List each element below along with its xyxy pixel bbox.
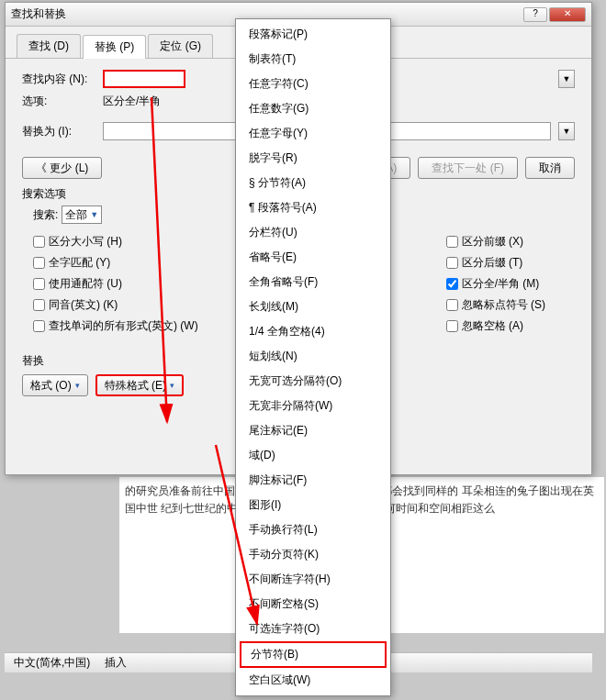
checkbox-option[interactable]: 同音(英文) (K): [33, 297, 198, 313]
menu-item[interactable]: 任意数字(G): [236, 96, 390, 121]
menu-item[interactable]: 分栏符(U): [236, 220, 390, 245]
menu-item[interactable]: 省略号(E): [236, 245, 390, 270]
cancel-button[interactable]: 取消: [525, 157, 575, 179]
menu-item[interactable]: 不间断连字符(H): [236, 567, 390, 592]
caret-down-icon: ▾: [75, 381, 80, 390]
format-button-label: 格式 (O): [30, 378, 72, 394]
less-button[interactable]: 《 更少 (L): [22, 157, 102, 179]
checkbox-label: 区分全/半角 (M): [462, 276, 540, 292]
menu-item[interactable]: 可选连字符(O): [236, 617, 390, 641]
checkbox[interactable]: [446, 299, 458, 311]
menu-item[interactable]: 制表符(T): [236, 47, 390, 72]
checkbox-label: 区分后缀 (T): [462, 255, 523, 271]
menu-item[interactable]: 域(D): [236, 443, 390, 468]
menu-item[interactable]: 1/4 全角空格(4): [236, 319, 390, 344]
menu-item[interactable]: 尾注标记(E): [236, 418, 390, 443]
menu-item[interactable]: 手动分页符(K): [236, 542, 390, 567]
menu-item[interactable]: 无宽可选分隔符(O): [236, 369, 390, 394]
help-button[interactable]: ?: [523, 7, 547, 22]
status-language: 中文(简体,中国): [14, 655, 90, 671]
checkbox[interactable]: [33, 320, 45, 332]
caret-down-icon: ▾: [170, 381, 174, 390]
close-button[interactable]: ✕: [549, 7, 586, 22]
checkbox[interactable]: [33, 257, 45, 269]
replace-history-dropdown[interactable]: ▼: [558, 122, 575, 140]
checkbox-label: 同音(英文) (K): [49, 297, 118, 313]
menu-item[interactable]: 脚注标记(F): [236, 468, 390, 493]
menu-item[interactable]: 脱字号(R): [236, 146, 390, 171]
checkbox-option[interactable]: 全字匹配 (Y): [33, 255, 198, 271]
menu-item[interactable]: ¶ 段落符号(A): [236, 195, 390, 220]
menu-item[interactable]: 长划线(M): [236, 294, 390, 319]
tab-replace[interactable]: 替换 (P): [83, 35, 146, 59]
checkbox[interactable]: [446, 320, 458, 332]
checkbox[interactable]: [446, 236, 458, 248]
find-input[interactable]: [103, 70, 185, 88]
special-format-button[interactable]: 特殊格式 (E) ▾: [95, 374, 184, 396]
menu-item[interactable]: § 分节符(A): [236, 171, 390, 195]
checkbox[interactable]: [33, 278, 45, 290]
tab-find[interactable]: 查找 (D): [17, 34, 81, 58]
checkbox-label: 使用通配符 (U): [49, 276, 122, 292]
options-value: 区分全/半角: [103, 94, 161, 109]
search-direction-value: 全部: [65, 207, 87, 223]
format-button[interactable]: 格式 (O) ▾: [22, 374, 88, 396]
checkbox-option[interactable]: 区分后缀 (T): [446, 255, 545, 271]
checkbox-option[interactable]: 查找单词的所有形式(英文) (W): [33, 318, 198, 334]
checkbox-option[interactable]: 忽略标点符号 (S): [446, 297, 545, 313]
checkbox-option[interactable]: 区分大小写 (H): [33, 234, 198, 250]
menu-item[interactable]: 手动换行符(L): [236, 517, 390, 542]
checkbox-label: 忽略空格 (A): [462, 318, 523, 334]
menu-item[interactable]: 全角省略号(F): [236, 270, 390, 294]
checkbox-option[interactable]: 使用通配符 (U): [33, 276, 198, 292]
replace-label: 替换为 (I):: [22, 124, 95, 139]
search-direction-select[interactable]: 全部 ▼: [62, 206, 102, 224]
checkbox-option[interactable]: 区分前缀 (X): [446, 234, 545, 250]
checkbox[interactable]: [33, 236, 45, 248]
menu-item[interactable]: 图形(I): [236, 493, 390, 517]
special-button-label: 特殊格式 (E): [105, 378, 166, 394]
checkbox-label: 区分前缀 (X): [462, 234, 523, 250]
find-history-dropdown[interactable]: ▼: [558, 70, 575, 88]
checkbox[interactable]: [446, 257, 458, 269]
menu-item[interactable]: 短划线(N): [236, 344, 390, 369]
checkbox-label: 查找单词的所有形式(英文) (W): [49, 318, 198, 334]
special-format-menu: 段落标记(P)制表符(T)任意字符(C)任意数字(G)任意字母(Y)脱字号(R)…: [235, 18, 391, 696]
menu-item[interactable]: 任意字母(Y): [236, 121, 390, 146]
menu-item[interactable]: 分节符(B): [240, 641, 387, 668]
find-next-button[interactable]: 查找下一处 (F): [418, 157, 518, 179]
tab-goto[interactable]: 定位 (G): [148, 34, 213, 58]
checkbox-label: 全字匹配 (Y): [49, 255, 110, 271]
menu-item[interactable]: 空白区域(W): [236, 668, 390, 693]
checkbox[interactable]: [446, 278, 458, 290]
status-mode: 插入: [105, 655, 127, 671]
menu-item[interactable]: 段落标记(P): [236, 22, 390, 47]
checkbox-option[interactable]: 区分全/半角 (M): [446, 276, 545, 292]
find-label: 查找内容 (N):: [22, 72, 95, 87]
chevron-down-icon: ▼: [90, 210, 98, 219]
options-label: 选项:: [22, 94, 95, 109]
checkbox-option[interactable]: 忽略空格 (A): [446, 318, 545, 334]
checkbox-label: 忽略标点符号 (S): [462, 297, 545, 313]
menu-item[interactable]: 不间断空格(S): [236, 592, 390, 617]
checkbox-label: 区分大小写 (H): [49, 234, 122, 250]
menu-item[interactable]: 无宽非分隔符(W): [236, 394, 390, 418]
search-direction-label: 搜索:: [33, 207, 58, 223]
menu-item[interactable]: 任意字符(C): [236, 72, 390, 96]
checkbox[interactable]: [33, 299, 45, 311]
